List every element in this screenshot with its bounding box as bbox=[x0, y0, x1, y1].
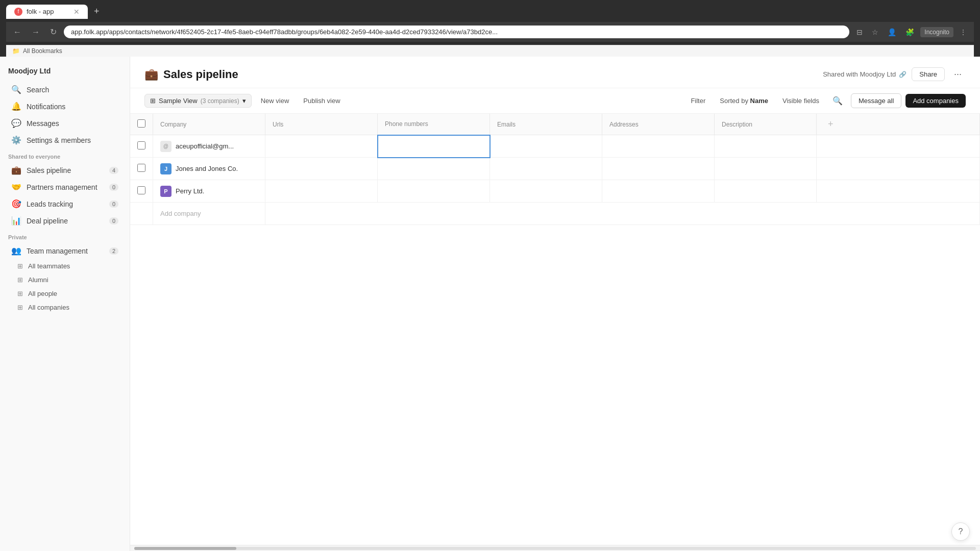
profile-btn[interactable]: 👤 bbox=[885, 26, 899, 38]
col-emails-label: Emails bbox=[497, 121, 516, 128]
publish-view-button[interactable]: Publish view bbox=[298, 94, 345, 107]
horizontal-scrollbar[interactable] bbox=[130, 545, 980, 551]
row-1-company-cell[interactable]: @ aceupofficial@gm... ··· bbox=[153, 135, 265, 158]
bookmark-btn[interactable]: ☆ bbox=[869, 26, 881, 38]
add-company-cell[interactable]: Add company bbox=[153, 203, 265, 225]
row-3-company-cell[interactable]: P Perry Ltd. ··· bbox=[153, 180, 265, 203]
row-1-checkbox[interactable] bbox=[137, 141, 145, 149]
shared-badge: Shared with Moodjoy Ltd 🔗 bbox=[823, 70, 906, 78]
tab-close-btn[interactable]: ✕ bbox=[74, 8, 80, 16]
share-button[interactable]: Share bbox=[912, 67, 945, 81]
reload-button[interactable]: ↻ bbox=[47, 25, 60, 39]
row-3-desc-cell[interactable] bbox=[715, 180, 817, 203]
scrollbar-thumb[interactable] bbox=[134, 547, 236, 550]
row-3-emails-cell[interactable] bbox=[490, 180, 602, 203]
sidebar-item-notifications[interactable]: 🔔 Notifications bbox=[3, 98, 127, 115]
active-tab[interactable]: f folk - app ✕ bbox=[6, 5, 88, 19]
sidebar-label-team-mgmt: Team management bbox=[27, 247, 104, 255]
sidebar-item-sales-pipeline[interactable]: 💼 Sales pipeline 4 bbox=[3, 162, 127, 179]
row-1-phone-cell[interactable] bbox=[378, 135, 490, 158]
menu-btn[interactable]: ⋮ bbox=[957, 26, 970, 38]
sidebar-label-partners: Partners management bbox=[27, 183, 104, 191]
col-header-urls[interactable]: Urls bbox=[265, 114, 378, 135]
sidebar-item-settings[interactable]: ⚙️ Settings & members bbox=[3, 132, 127, 148]
row-1-desc-cell[interactable] bbox=[715, 135, 817, 158]
add-row-check bbox=[130, 203, 153, 225]
col-header-description[interactable]: Description bbox=[715, 114, 817, 135]
row-3-extra-cell bbox=[817, 180, 980, 203]
row-2-checkbox[interactable] bbox=[137, 164, 145, 172]
grid-icon-alumni: ⊞ bbox=[17, 276, 23, 284]
add-companies-button[interactable]: Add companies bbox=[905, 94, 966, 108]
visible-fields-button[interactable]: Visible fields bbox=[777, 94, 824, 107]
sidebar-label-notifications: Notifications bbox=[27, 103, 118, 111]
sidebar-item-partners[interactable]: 🤝 Partners management 0 bbox=[3, 179, 127, 195]
app: Moodjoy Ltd 🔍 Search 🔔 Notifications 💬 M… bbox=[0, 57, 980, 551]
grid-icon-teammates: ⊞ bbox=[17, 262, 23, 270]
shared-link-icon: 🔗 bbox=[899, 71, 906, 78]
extensions-btn[interactable]: 🧩 bbox=[902, 26, 917, 38]
row-3-company-name: Perry Ltd. bbox=[176, 187, 204, 195]
row-1-emails-cell[interactable] bbox=[490, 135, 602, 158]
add-company-button[interactable]: Add company bbox=[160, 208, 201, 219]
private-section-label: Private bbox=[0, 229, 130, 242]
sidebar-subitem-all-companies[interactable]: ⊞ All companies bbox=[3, 300, 127, 314]
row-1-urls-cell[interactable] bbox=[265, 135, 378, 158]
row-1-company: @ aceupofficial@gm... ··· bbox=[160, 141, 258, 152]
back-button[interactable]: ← bbox=[10, 26, 24, 39]
col-header-phone[interactable]: Phone numbers bbox=[378, 114, 490, 135]
col-header-emails[interactable]: Emails bbox=[490, 114, 602, 135]
partners-count: 0 bbox=[109, 184, 118, 191]
sidebar-item-leads[interactable]: 🎯 Leads tracking 0 bbox=[3, 195, 127, 212]
row-2-company-name: Jones and Jones Co. bbox=[176, 165, 238, 172]
sidebar-item-messages[interactable]: 💬 Messages bbox=[3, 115, 127, 132]
col-addresses-label: Addresses bbox=[609, 121, 639, 128]
row-2-company-cell[interactable]: J Jones and Jones Co. ··· bbox=[153, 158, 265, 180]
row-2-urls-cell[interactable] bbox=[265, 158, 378, 180]
sidebar-subitem-all-people[interactable]: ⊞ All people bbox=[3, 287, 127, 300]
sidebar-label-messages: Messages bbox=[27, 119, 118, 128]
row-3-urls-cell[interactable] bbox=[265, 180, 378, 203]
team-count: 2 bbox=[109, 247, 118, 255]
page-header: 💼 Sales pipeline Shared with Moodjoy Ltd… bbox=[130, 57, 980, 88]
search-icon-button[interactable]: 🔍 bbox=[828, 93, 847, 108]
col-urls-label: Urls bbox=[273, 121, 283, 128]
col-header-add[interactable]: + bbox=[817, 114, 980, 135]
row-3-checkbox[interactable] bbox=[137, 186, 145, 194]
page-header-actions: Shared with Moodjoy Ltd 🔗 Share ··· bbox=[823, 67, 966, 82]
sidebar-item-search[interactable]: 🔍 Search bbox=[3, 81, 127, 98]
sidebar-item-team-mgmt[interactable]: 👥 Team management 2 bbox=[3, 242, 127, 259]
sidebar-subitem-all-teammates[interactable]: ⊞ All teammates bbox=[3, 259, 127, 273]
address-bar[interactable] bbox=[64, 26, 849, 38]
row-2-extra-cell bbox=[817, 158, 980, 180]
row-2-phone-cell[interactable] bbox=[378, 158, 490, 180]
bookmarks-label: 📁 bbox=[12, 47, 20, 55]
sort-button[interactable]: Sorted by Name bbox=[715, 94, 773, 107]
row-2-desc-cell[interactable] bbox=[715, 158, 817, 180]
row-3-company: P Perry Ltd. ··· bbox=[160, 186, 258, 197]
new-tab-button[interactable]: + bbox=[90, 4, 104, 19]
add-column-button[interactable]: + bbox=[824, 119, 838, 130]
grid-icon-people: ⊞ bbox=[17, 290, 23, 297]
row-3-phone-cell[interactable] bbox=[378, 180, 490, 203]
row-1-company-name: aceupofficial@gm... bbox=[176, 142, 234, 150]
col-header-company[interactable]: Company bbox=[153, 114, 265, 135]
row-3-addresses-cell[interactable] bbox=[602, 180, 715, 203]
view-selector[interactable]: ⊞ Sample View (3 companies) ▾ bbox=[144, 94, 252, 108]
search-icon: 🔍 bbox=[11, 85, 21, 94]
forward-button[interactable]: → bbox=[29, 26, 43, 39]
col-header-addresses[interactable]: Addresses bbox=[602, 114, 715, 135]
select-all-checkbox[interactable] bbox=[137, 119, 145, 128]
help-button[interactable]: ? bbox=[951, 522, 970, 541]
row-1-addresses-cell[interactable] bbox=[602, 135, 715, 158]
sidebar-item-deal-pipeline[interactable]: 📊 Deal pipeline 0 bbox=[3, 212, 127, 229]
sidebar-subitem-alumni[interactable]: ⊞ Alumni bbox=[3, 273, 127, 287]
message-all-button[interactable]: Message all bbox=[851, 93, 901, 108]
more-options-button[interactable]: ··· bbox=[950, 67, 966, 82]
row-2-addresses-cell[interactable] bbox=[602, 158, 715, 180]
extension-btn[interactable]: ⊟ bbox=[853, 26, 866, 38]
filter-button[interactable]: Filter bbox=[685, 94, 710, 107]
new-view-button[interactable]: New view bbox=[256, 94, 295, 107]
row-2-emails-cell[interactable] bbox=[490, 158, 602, 180]
page-title-area: 💼 Sales pipeline bbox=[144, 68, 238, 81]
